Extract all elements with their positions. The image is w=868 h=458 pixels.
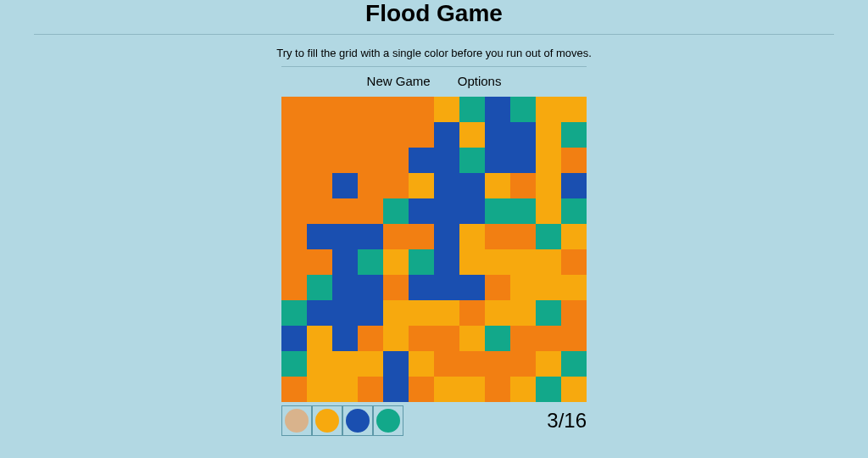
grid-cell[interactable] [383, 326, 409, 351]
grid-cell[interactable] [281, 173, 307, 198]
grid-cell[interactable] [281, 122, 307, 148]
grid-cell[interactable] [383, 148, 409, 173]
grid-cell[interactable] [536, 377, 561, 402]
grid-cell[interactable] [434, 148, 459, 173]
grid-cell[interactable] [332, 275, 358, 300]
grid-cell[interactable] [358, 377, 383, 402]
options-button[interactable]: Options [458, 74, 502, 88]
grid-cell[interactable] [561, 300, 587, 326]
grid-cell[interactable] [409, 122, 434, 148]
grid-cell[interactable] [536, 275, 561, 300]
grid-cell[interactable] [459, 224, 485, 249]
grid-cell[interactable] [383, 97, 409, 122]
grid-cell[interactable] [332, 326, 358, 351]
grid-cell[interactable] [383, 173, 409, 198]
grid-cell[interactable] [332, 198, 358, 224]
grid-cell[interactable] [383, 249, 409, 275]
grid-cell[interactable] [332, 351, 358, 377]
grid-cell[interactable] [281, 224, 307, 249]
grid-cell[interactable] [485, 326, 510, 351]
grid-cell[interactable] [485, 300, 510, 326]
grid-cell[interactable] [485, 173, 510, 198]
grid-cell[interactable] [332, 122, 358, 148]
grid-cell[interactable] [358, 275, 383, 300]
grid-cell[interactable] [409, 377, 434, 402]
grid-cell[interactable] [307, 249, 332, 275]
grid-cell[interactable] [358, 122, 383, 148]
grid-cell[interactable] [536, 224, 561, 249]
grid-cell[interactable] [281, 97, 307, 122]
grid-cell[interactable] [459, 97, 485, 122]
grid-cell[interactable] [536, 173, 561, 198]
grid-cell[interactable] [561, 224, 587, 249]
grid-cell[interactable] [332, 224, 358, 249]
grid-cell[interactable] [307, 198, 332, 224]
grid-cell[interactable] [434, 224, 459, 249]
grid-cell[interactable] [281, 351, 307, 377]
grid-cell[interactable] [434, 122, 459, 148]
new-game-button[interactable]: New Game [367, 74, 431, 88]
grid-cell[interactable] [409, 173, 434, 198]
grid-cell[interactable] [307, 97, 332, 122]
grid-cell[interactable] [510, 122, 536, 148]
grid-cell[interactable] [332, 249, 358, 275]
grid-cell[interactable] [536, 351, 561, 377]
grid-cell[interactable] [358, 351, 383, 377]
grid-cell[interactable] [485, 224, 510, 249]
grid-cell[interactable] [358, 173, 383, 198]
grid-cell[interactable] [561, 249, 587, 275]
grid-cell[interactable] [510, 351, 536, 377]
grid-cell[interactable] [459, 173, 485, 198]
grid-cell[interactable] [510, 249, 536, 275]
grid-cell[interactable] [332, 377, 358, 402]
grid-cell[interactable] [383, 122, 409, 148]
grid-cell[interactable] [358, 97, 383, 122]
grid-cell[interactable] [332, 97, 358, 122]
grid-cell[interactable] [561, 377, 587, 402]
grid-cell[interactable] [561, 173, 587, 198]
grid-cell[interactable] [383, 275, 409, 300]
grid-cell[interactable] [409, 224, 434, 249]
grid-cell[interactable] [510, 275, 536, 300]
grid-cell[interactable] [459, 300, 485, 326]
grid-cell[interactable] [409, 148, 434, 173]
grid-cell[interactable] [510, 97, 536, 122]
grid-cell[interactable] [510, 326, 536, 351]
grid-cell[interactable] [561, 326, 587, 351]
grid-cell[interactable] [281, 275, 307, 300]
grid-cell[interactable] [434, 275, 459, 300]
grid-cell[interactable] [510, 173, 536, 198]
grid-cell[interactable] [307, 326, 332, 351]
grid-cell[interactable] [536, 122, 561, 148]
grid-cell[interactable] [459, 351, 485, 377]
grid-cell[interactable] [307, 173, 332, 198]
grid-cell[interactable] [409, 275, 434, 300]
grid-cell[interactable] [459, 249, 485, 275]
grid-cell[interactable] [409, 351, 434, 377]
grid-cell[interactable] [459, 326, 485, 351]
grid-cell[interactable] [307, 122, 332, 148]
grid-cell[interactable] [510, 224, 536, 249]
color-swatch-tan[interactable] [281, 405, 312, 436]
grid-cell[interactable] [383, 351, 409, 377]
grid-cell[interactable] [434, 326, 459, 351]
color-swatch-gold[interactable] [312, 405, 342, 436]
grid-cell[interactable] [561, 351, 587, 377]
grid-cell[interactable] [561, 148, 587, 173]
grid-cell[interactable] [510, 300, 536, 326]
grid-cell[interactable] [409, 198, 434, 224]
color-swatch-teal[interactable] [373, 405, 403, 436]
grid-cell[interactable] [536, 148, 561, 173]
grid-cell[interactable] [561, 97, 587, 122]
grid-cell[interactable] [510, 148, 536, 173]
grid-cell[interactable] [358, 249, 383, 275]
grid-cell[interactable] [536, 97, 561, 122]
grid-cell[interactable] [561, 122, 587, 148]
grid-cell[interactable] [459, 198, 485, 224]
grid-cell[interactable] [561, 198, 587, 224]
grid-cell[interactable] [409, 300, 434, 326]
grid-cell[interactable] [383, 224, 409, 249]
grid-cell[interactable] [281, 377, 307, 402]
grid-cell[interactable] [485, 377, 510, 402]
game-board[interactable] [281, 97, 587, 402]
